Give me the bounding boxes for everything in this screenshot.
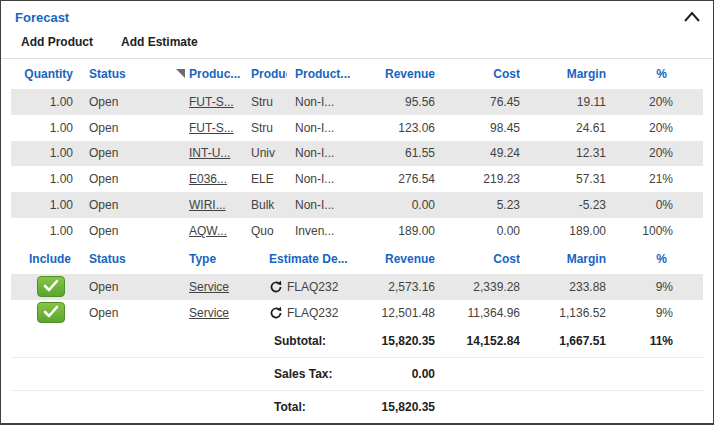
product-type-cell: Quo — [243, 224, 287, 238]
table-row: 1.00 Open FUT-S... Stru Non-I... 95.56 7… — [11, 89, 703, 115]
product-class-cell: Non-I... — [287, 121, 353, 135]
product-id-link[interactable]: FUT-S... — [189, 121, 234, 135]
status-cell: Open — [73, 306, 181, 320]
margin-cell: 12.31 — [520, 146, 606, 160]
table-row: 1.00 Open E036... ELE Non-I... 276.54 21… — [11, 166, 703, 192]
revenue-cell: 61.55 — [353, 146, 435, 160]
product-id-link[interactable]: WIRI... — [189, 198, 226, 212]
cost-cell: 219.23 — [435, 172, 520, 186]
add-estimate-button[interactable]: Add Estimate — [121, 35, 198, 49]
product-class-cell: Non-I... — [287, 172, 353, 186]
quantity-cell: 1.00 — [11, 224, 73, 238]
subtotal-label: Subtotal: — [259, 334, 353, 348]
product-type-cell: Stru — [243, 95, 287, 109]
subtotal-percent: 11% — [606, 334, 673, 348]
table-row: 1.00 Open INT-U... Univ Non-I... 61.55 4… — [11, 141, 703, 167]
percent-cell: 9% — [606, 280, 673, 294]
col-header-percent[interactable]: % — [606, 67, 673, 81]
percent-cell: 0% — [606, 198, 673, 212]
panel-header: Forecast — [1, 1, 713, 25]
estimate-description-cell: FLAQ232 — [287, 306, 338, 320]
col-header-margin[interactable]: Margin — [520, 67, 606, 81]
total-row: Total: 15,820.35 — [11, 390, 703, 423]
sales-tax-label: Sales Tax: — [259, 367, 353, 381]
status-cell: Open — [73, 224, 181, 238]
col-header-estimate[interactable]: Estimate De... — [259, 252, 353, 266]
revenue-cell: 2,573.16 — [353, 280, 435, 294]
quantity-cell: 1.00 — [11, 121, 73, 135]
product-id-link[interactable]: INT-U... — [189, 146, 230, 160]
type-link[interactable]: Service — [189, 306, 229, 320]
table-row: 1.00 Open AQW... Quo Inven... 189.00 0.0… — [11, 218, 703, 244]
margin-cell: -5.23 — [520, 198, 606, 212]
col-header-status[interactable]: Status — [73, 252, 181, 266]
col-header-margin[interactable]: Margin — [520, 252, 606, 266]
col-header-quantity[interactable]: Quantity — [11, 67, 73, 81]
table-row: Open Service FLAQ232 2,573.16 2,339.28 2… — [11, 274, 703, 300]
estimates-table-header: Include Status Type Estimate De... Reven… — [11, 244, 703, 274]
product-class-cell: Inven... — [287, 224, 353, 238]
include-checkbox[interactable] — [37, 276, 65, 297]
status-cell: Open — [73, 280, 181, 294]
revenue-cell: 12,501.48 — [353, 306, 435, 320]
subtotal-revenue: 15,820.35 — [353, 334, 435, 348]
status-cell: Open — [73, 95, 181, 109]
status-cell: Open — [73, 146, 181, 160]
percent-cell: 20% — [606, 95, 673, 109]
col-header-cost[interactable]: Cost — [435, 252, 520, 266]
revenue-cell: 276.54 — [353, 172, 435, 186]
sales-tax-row: Sales Tax: 0.00 — [11, 357, 703, 390]
percent-cell: 100% — [606, 224, 673, 238]
col-header-product-id[interactable]: Produc... — [181, 67, 243, 81]
collapse-button[interactable] — [683, 10, 701, 24]
product-type-cell: Univ — [243, 146, 287, 160]
add-product-button[interactable]: Add Product — [21, 35, 93, 49]
product-type-cell: Stru — [243, 121, 287, 135]
cost-cell: 98.45 — [435, 121, 520, 135]
subtotal-row: Subtotal: 15,820.35 14,152.84 1,667.51 1… — [11, 326, 703, 358]
col-header-include[interactable]: Include — [11, 252, 73, 266]
product-class-cell: Non-I... — [287, 95, 353, 109]
quantity-cell: 1.00 — [11, 146, 73, 160]
col-header-product-type[interactable]: Produc... — [243, 67, 287, 81]
col-header-type[interactable]: Type — [181, 252, 259, 266]
toolbar: Add Product Add Estimate — [1, 25, 713, 49]
panel-title: Forecast — [15, 10, 69, 25]
table-row: 1.00 Open WIRI... Bulk Non-I... 0.00 5.2… — [11, 192, 703, 218]
margin-cell: 57.31 — [520, 172, 606, 186]
col-header-revenue[interactable]: Revenue — [353, 252, 435, 266]
percent-cell: 20% — [606, 121, 673, 135]
sync-icon — [269, 306, 283, 320]
cost-cell: 5.23 — [435, 198, 520, 212]
table-row: Open Service FLAQ232 12,501.48 11,364.96… — [11, 300, 703, 326]
type-link[interactable]: Service — [189, 280, 229, 294]
col-header-cost[interactable]: Cost — [435, 67, 520, 81]
percent-cell: 9% — [606, 306, 673, 320]
sales-tax-value: 0.00 — [353, 367, 435, 381]
col-header-percent[interactable]: % — [606, 252, 673, 266]
quantity-cell: 1.00 — [11, 95, 73, 109]
margin-cell: 24.61 — [520, 121, 606, 135]
revenue-cell: 95.56 — [353, 95, 435, 109]
product-id-link[interactable]: AQW... — [189, 224, 227, 238]
margin-cell: 1,136.52 — [520, 306, 606, 320]
col-header-product-class[interactable]: Product... — [287, 67, 353, 81]
percent-cell: 20% — [606, 146, 673, 160]
status-cell: Open — [73, 121, 181, 135]
checkmark-icon — [43, 279, 59, 295]
estimate-description-cell: FLAQ232 — [287, 280, 338, 294]
cost-cell: 76.45 — [435, 95, 520, 109]
col-header-status[interactable]: Status — [73, 67, 181, 81]
quantity-cell: 1.00 — [11, 198, 73, 212]
product-type-cell: ELE — [243, 172, 287, 186]
product-id-link[interactable]: FUT-S... — [189, 95, 234, 109]
checkmark-icon — [43, 305, 59, 321]
col-header-revenue[interactable]: Revenue — [353, 67, 435, 81]
subtotal-cost: 14,152.84 — [435, 334, 520, 348]
subtotal-margin: 1,667.51 — [520, 334, 606, 348]
include-checkbox[interactable] — [37, 302, 65, 323]
sort-indicator-icon — [176, 69, 185, 78]
percent-cell: 21% — [606, 172, 673, 186]
product-id-link[interactable]: E036... — [189, 172, 227, 186]
sync-icon — [269, 280, 283, 294]
